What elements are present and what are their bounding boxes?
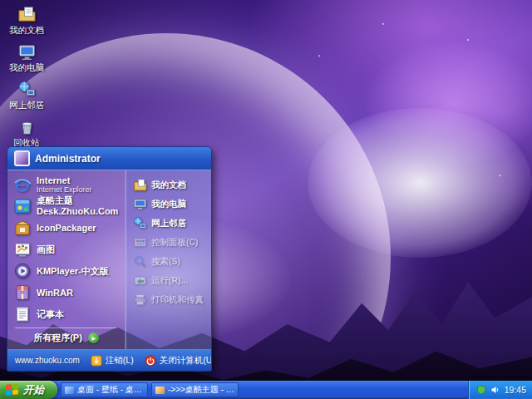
place-label: 我的电脑	[151, 199, 186, 209]
item-label: 记事本	[37, 309, 64, 320]
start-menu-place-my-computer[interactable]: 我的电脑	[130, 195, 208, 213]
my-documents-icon	[133, 178, 147, 192]
log-off-icon	[91, 355, 102, 367]
system-tray: 19:45	[468, 381, 532, 399]
run-icon	[133, 273, 147, 288]
search-icon	[133, 254, 147, 268]
desktop-icon-label: 我的文档	[9, 25, 44, 37]
theme-window-icon	[155, 387, 165, 394]
start-button[interactable]: 开始	[0, 381, 57, 399]
taskbar-task-theme[interactable]: ->>>桌酷主题 - Mi...	[151, 382, 239, 397]
printer-icon	[133, 293, 147, 307]
start-menu-item-notepad[interactable]: 记事本	[7, 303, 125, 325]
item-label: IconPackager	[37, 223, 96, 234]
user-avatar	[14, 150, 30, 166]
task-label: 桌面 - 壁纸 - 桌酷...	[77, 384, 144, 396]
shield-icon[interactable]	[476, 385, 486, 395]
item-label: Internet	[37, 175, 70, 185]
network-places-icon	[133, 216, 147, 230]
start-menu-item-paint[interactable]: 画图	[7, 239, 125, 260]
shut-down-icon	[145, 355, 156, 367]
start-menu-item-internet[interactable]: InternetInternet Explorer	[7, 174, 125, 195]
user-name: Administrator	[35, 153, 101, 165]
windows-logo-icon	[6, 383, 19, 397]
desktop-icons: 我的文档 我的电脑 网上邻居 回收站	[2, 5, 52, 149]
log-off-label: 注销(L)	[106, 355, 134, 367]
task-label: ->>>桌酷主题 - Mi...	[168, 384, 234, 396]
volume-icon[interactable]	[490, 385, 500, 395]
notepad-icon	[13, 305, 32, 323]
internet-explorer-icon	[13, 175, 32, 194]
taskbar: 开始 桌面 - 壁纸 - 桌酷... ->>>桌酷主题 - Mi... 19:4…	[0, 381, 532, 399]
start-menu-place-search[interactable]: 搜索(S)	[130, 252, 208, 270]
network-places-icon	[17, 80, 37, 99]
item-label: 桌酷主题Desk.ZhuoKu.Com	[37, 195, 119, 216]
my-computer-icon	[133, 197, 147, 211]
desktop-icon-network-places[interactable]: 网上邻居	[2, 80, 52, 111]
desktop-icon-label: 网上邻居	[9, 100, 44, 111]
my-documents-icon	[17, 5, 37, 24]
start-menu-places-list: 我的文档 我的电脑 网上邻居 控制面板(C) 搜索(S) 运行(R)...	[126, 170, 211, 349]
taskbar-task-wallpaper[interactable]: 桌面 - 壁纸 - 桌酷...	[61, 382, 148, 397]
place-label: 打印机和传真	[151, 294, 204, 304]
start-menu-pinned-list: InternetInternet Explorer 桌酷主题Desk.ZhuoK…	[7, 170, 126, 349]
taskbar-clock[interactable]: 19:45	[505, 385, 526, 395]
start-menu-place-control-panel[interactable]: 控制面板(C)	[130, 233, 208, 251]
control-panel-icon	[133, 235, 147, 249]
start-menu-place-printers[interactable]: 打印机和传真	[130, 290, 208, 308]
start-button-label: 开始	[23, 383, 44, 397]
zhuoku-website-text: www.zhuoku.com	[15, 356, 80, 365]
item-label: 画图	[37, 244, 55, 255]
start-menu-item-zhuoku-theme[interactable]: 桌酷主题Desk.ZhuoKu.Com	[7, 195, 125, 217]
place-label: 搜索(S)	[151, 256, 180, 266]
start-menu-place-my-documents[interactable]: 我的文档	[130, 175, 208, 194]
start-menu-item-iconpackager[interactable]: IconPackager	[7, 217, 125, 239]
desktop-icon-recycle-bin[interactable]: 回收站	[2, 117, 52, 149]
place-label: 控制面板(C)	[151, 237, 199, 247]
all-programs-label: 所有程序(P)	[33, 332, 82, 343]
recycle-bin-icon	[17, 117, 37, 136]
zhuoku-theme-icon	[13, 197, 32, 215]
start-menu: Administrator InternetInternet Explorer …	[7, 146, 212, 372]
shut-down-label: 关闭计算机(U)	[160, 355, 212, 367]
desktop-icon-label: 我的电脑	[9, 62, 44, 74]
start-menu-footer: www.zhuoku.com 注销(L) 关闭计算机(U)	[7, 349, 211, 371]
place-label: 运行(R)...	[151, 275, 188, 285]
all-programs-button[interactable]: 所有程序(P)	[7, 330, 125, 347]
all-programs-arrow-icon	[88, 332, 99, 343]
shut-down-button[interactable]: 关闭计算机(U)	[145, 355, 212, 367]
start-menu-place-network[interactable]: 网上邻居	[130, 214, 208, 232]
place-label: 我的文档	[151, 180, 186, 190]
paint-icon	[13, 240, 32, 259]
item-sublabel: Internet Explorer	[37, 185, 92, 194]
log-off-button[interactable]: 注销(L)	[91, 355, 134, 367]
start-menu-header: Administrator	[7, 147, 211, 170]
start-menu-item-kmplayer[interactable]: KMPlayer-中文版	[7, 260, 125, 282]
start-menu-place-run[interactable]: 运行(R)...	[130, 271, 208, 289]
place-label: 网上邻居	[151, 218, 186, 228]
kmplayer-icon	[13, 262, 32, 280]
my-computer-icon	[17, 42, 37, 62]
start-menu-separator	[15, 328, 117, 328]
winrar-icon	[13, 283, 32, 302]
start-menu-item-winrar[interactable]: WinRAR	[7, 282, 125, 303]
desktop-icon-my-computer[interactable]: 我的电脑	[2, 42, 52, 74]
item-label: WinRAR	[37, 288, 73, 298]
item-label: KMPlayer-中文版	[37, 266, 109, 277]
iconpackager-icon	[13, 219, 32, 237]
wallpaper-window-icon	[65, 387, 74, 394]
desktop-icon-my-documents[interactable]: 我的文档	[2, 5, 52, 37]
